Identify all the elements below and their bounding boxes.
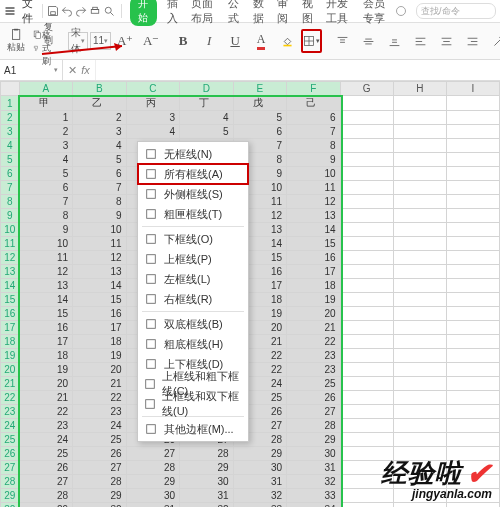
col-header[interactable]: E — [233, 82, 286, 96]
cell[interactable] — [393, 377, 446, 391]
cell[interactable]: 8 — [287, 139, 340, 153]
row-header[interactable]: 21 — [1, 377, 20, 391]
cell[interactable]: 丙 — [126, 96, 179, 111]
cell[interactable]: 5 — [73, 153, 126, 167]
cell[interactable] — [340, 195, 393, 209]
cell[interactable] — [393, 111, 446, 125]
cell[interactable] — [446, 111, 499, 125]
align-bottom-button[interactable] — [382, 28, 406, 54]
cell[interactable]: 30 — [73, 503, 126, 508]
row-header[interactable]: 26 — [1, 447, 20, 461]
cell[interactable]: 23 — [287, 363, 340, 377]
name-box[interactable]: A1▾ — [0, 60, 63, 80]
align-middle-button[interactable] — [356, 28, 380, 54]
cell[interactable]: 10 — [19, 237, 72, 251]
cell[interactable] — [340, 307, 393, 321]
cell[interactable] — [340, 125, 393, 139]
cell[interactable] — [393, 96, 446, 111]
cell[interactable] — [446, 223, 499, 237]
row-header[interactable]: 15 — [1, 293, 20, 307]
cell[interactable]: 22 — [287, 335, 340, 349]
cell[interactable]: 2 — [19, 125, 72, 139]
cell[interactable]: 22 — [73, 391, 126, 405]
row-header[interactable]: 12 — [1, 251, 20, 265]
cell[interactable] — [340, 405, 393, 419]
cell[interactable]: 5 — [233, 111, 286, 125]
cell[interactable]: 14 — [287, 223, 340, 237]
cell[interactable]: 4 — [180, 111, 233, 125]
cell[interactable]: 32 — [233, 489, 286, 503]
cell[interactable] — [393, 293, 446, 307]
cell[interactable] — [446, 167, 499, 181]
cell[interactable] — [393, 153, 446, 167]
cell[interactable] — [340, 363, 393, 377]
cell[interactable]: 14 — [19, 293, 72, 307]
col-header[interactable]: D — [180, 82, 233, 96]
smile-icon[interactable] — [394, 4, 408, 18]
cell[interactable] — [340, 265, 393, 279]
border-menu-item[interactable]: 右框线(R) — [138, 289, 248, 309]
cell[interactable] — [446, 293, 499, 307]
cell[interactable]: 29 — [73, 489, 126, 503]
cell[interactable]: 7 — [73, 181, 126, 195]
print-icon[interactable] — [89, 4, 101, 18]
cell[interactable]: 27 — [19, 475, 72, 489]
border-menu-item[interactable]: 双底框线(B) — [138, 314, 248, 334]
cell[interactable] — [446, 251, 499, 265]
cell[interactable]: 27 — [287, 405, 340, 419]
cell[interactable] — [393, 307, 446, 321]
cell[interactable] — [340, 251, 393, 265]
cell[interactable]: 9 — [19, 223, 72, 237]
cell[interactable]: 18 — [19, 349, 72, 363]
row-header[interactable]: 30 — [1, 503, 20, 508]
cell[interactable]: 15 — [19, 307, 72, 321]
tab-view[interactable]: 视图 — [302, 0, 314, 26]
cell[interactable]: 6 — [287, 111, 340, 125]
cell[interactable] — [446, 181, 499, 195]
cell[interactable] — [393, 321, 446, 335]
cell[interactable] — [340, 111, 393, 125]
cell[interactable]: 26 — [287, 391, 340, 405]
cell[interactable]: 31 — [180, 489, 233, 503]
cell[interactable] — [393, 265, 446, 279]
cell[interactable]: 21 — [19, 391, 72, 405]
col-header[interactable]: C — [126, 82, 179, 96]
cell[interactable] — [393, 419, 446, 433]
row-header[interactable]: 20 — [1, 363, 20, 377]
font-name-select[interactable]: 宋体▾ — [68, 32, 88, 50]
cell[interactable] — [340, 349, 393, 363]
cell[interactable] — [340, 391, 393, 405]
font-color-button[interactable]: A — [249, 28, 273, 54]
cell[interactable]: 9 — [73, 209, 126, 223]
search-input[interactable]: 查找/命令 — [416, 3, 496, 19]
cell[interactable]: 8 — [73, 195, 126, 209]
row-header[interactable]: 22 — [1, 391, 20, 405]
col-header[interactable]: H — [393, 82, 446, 96]
format-painter-button[interactable]: 格式刷 — [30, 42, 60, 55]
cell[interactable]: 34 — [287, 503, 340, 508]
cell[interactable]: 3 — [126, 111, 179, 125]
undo-icon[interactable] — [61, 4, 73, 18]
cell[interactable] — [446, 391, 499, 405]
cell[interactable] — [446, 419, 499, 433]
cell[interactable]: 29 — [126, 475, 179, 489]
cell[interactable]: 27 — [73, 461, 126, 475]
row-header[interactable]: 4 — [1, 139, 20, 153]
cell[interactable] — [446, 237, 499, 251]
cell[interactable] — [446, 279, 499, 293]
cell[interactable] — [393, 251, 446, 265]
cell[interactable] — [446, 209, 499, 223]
cell[interactable] — [393, 503, 446, 508]
row-header[interactable]: 13 — [1, 265, 20, 279]
cell[interactable] — [446, 195, 499, 209]
cell[interactable] — [393, 209, 446, 223]
cell[interactable] — [340, 96, 393, 111]
cell[interactable]: 13 — [19, 279, 72, 293]
cell[interactable] — [446, 125, 499, 139]
cell[interactable]: 29 — [233, 447, 286, 461]
cell[interactable] — [393, 223, 446, 237]
cell[interactable] — [446, 405, 499, 419]
cell[interactable]: 7 — [19, 195, 72, 209]
cell[interactable] — [446, 503, 499, 508]
cell[interactable] — [446, 96, 499, 111]
